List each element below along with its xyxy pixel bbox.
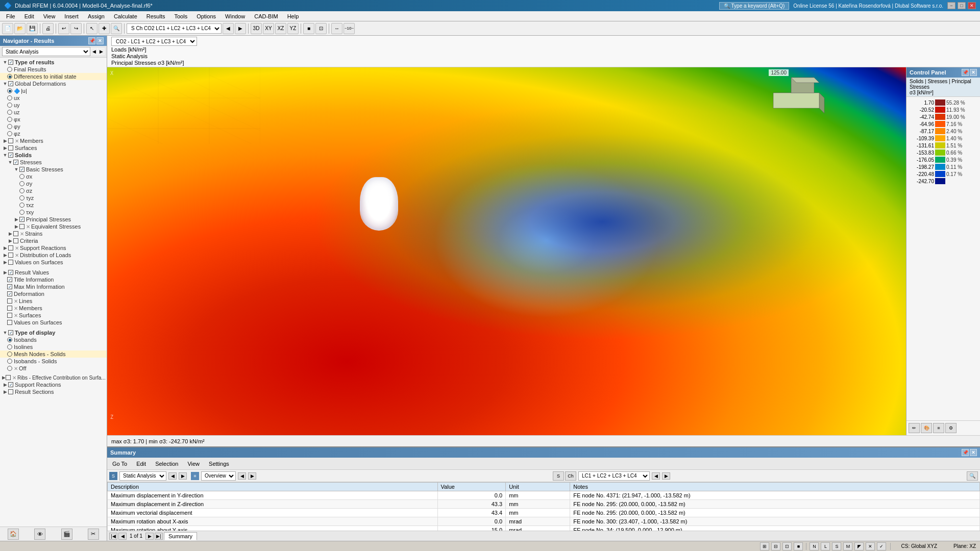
tree-differences[interactable]: Differences to initial state <box>0 73 107 80</box>
dist-loads-checkbox[interactable] <box>8 253 13 258</box>
scale-btn[interactable]: ↔ <box>331 23 342 34</box>
differences-radio[interactable] <box>7 74 12 79</box>
menu-edit[interactable]: Edit <box>20 12 38 20</box>
u-radio[interactable] <box>7 88 12 93</box>
new-btn[interactable]: 📄 <box>2 23 13 34</box>
tree-type-display[interactable]: ▼ ✓ Type of display <box>0 329 107 336</box>
tree-global-deformations[interactable]: ▼ ✓ Global Deformations <box>0 80 107 87</box>
menu-assign[interactable]: Assign <box>84 12 109 20</box>
statusbar-btn11[interactable]: ✓ <box>877 542 886 550</box>
nav-next-btn[interactable]: ▶ <box>97 48 105 55</box>
summary-overview-combo[interactable]: Overview <box>201 471 236 481</box>
menu-view[interactable]: View <box>39 12 60 20</box>
tree-phiz[interactable]: φz <box>0 130 107 137</box>
tree-mesh-nodes-solids[interactable]: Mesh Nodes - Solids <box>0 350 107 358</box>
cursor-btn[interactable]: ↖ <box>86 23 97 34</box>
print-btn[interactable]: 🖨 <box>42 23 54 34</box>
tree-isobands[interactable]: Isobands <box>0 336 107 343</box>
summary-close-btn[interactable]: ✕ <box>970 449 977 456</box>
equiv-checkbox[interactable] <box>19 224 24 229</box>
criteria-checkbox[interactable] <box>13 238 18 243</box>
members-checkbox[interactable] <box>8 138 13 143</box>
uy-radio[interactable] <box>7 103 12 108</box>
ux-radio[interactable] <box>7 95 12 101</box>
tree-deformation[interactable]: ✓ Deformation <box>0 290 107 297</box>
tree-surfaces[interactable]: ▶ Surfaces <box>0 144 107 152</box>
deformation-checkbox[interactable]: ✓ <box>7 291 12 296</box>
summary-next-analysis[interactable]: ▶ <box>179 472 187 480</box>
solids-checkbox[interactable]: ✓ <box>8 153 13 158</box>
off-radio[interactable] <box>7 366 12 371</box>
tree-sx[interactable]: σx <box>0 173 107 180</box>
result-values-checkbox[interactable]: ✓ <box>8 270 13 275</box>
menu-file[interactable]: File <box>2 12 19 20</box>
tree-ribs[interactable]: ▶ ✕ Ribs - Effective Contribution on Sur… <box>0 374 107 381</box>
statusbar-btn5[interactable]: N <box>810 542 819 550</box>
tree-ux[interactable]: ux <box>0 94 107 102</box>
menu-calculate[interactable]: Calculate <box>110 12 141 20</box>
static-analysis-combo[interactable]: Static Analysis <box>2 47 90 56</box>
redo-btn[interactable]: ↪ <box>70 23 82 34</box>
sy-radio[interactable] <box>19 181 24 186</box>
deform-btn[interactable]: ~10~ <box>344 23 355 34</box>
uz-radio[interactable] <box>7 110 12 115</box>
isolines-radio[interactable] <box>7 344 12 349</box>
statusbar-btn7[interactable]: S <box>832 542 841 550</box>
menu-tools[interactable]: Tools <box>170 12 191 20</box>
tree-result-values[interactable]: ▶ ✓ Result Values <box>0 269 107 276</box>
statusbar-btn3[interactable]: ⊡ <box>782 542 792 550</box>
tree-values-surfaces[interactable]: ▶ Values on Surfaces <box>0 259 107 266</box>
next-lc-btn[interactable]: ▶ <box>235 23 246 34</box>
save-btn[interactable]: 💾 <box>27 23 38 34</box>
txz-radio[interactable] <box>19 203 24 208</box>
3d-view-btn[interactable]: 3D <box>251 23 262 34</box>
cp-list-btn[interactable]: ≡ <box>933 423 944 433</box>
tree-tyz[interactable]: τyz <box>0 194 107 202</box>
viewport-lc-combo[interactable]: CO2 - LC1 + LC2 + LC3 + LC4 <box>111 37 197 46</box>
max-min-checkbox[interactable]: ✓ <box>7 284 12 289</box>
lines-checkbox[interactable] <box>7 298 12 304</box>
viewport-canvas[interactable]: 125.00 X Z <box>107 67 906 435</box>
cp-edit-btn[interactable]: ✏ <box>909 423 920 433</box>
values-on-surfaces2-checkbox[interactable] <box>7 320 12 325</box>
tree-lines2[interactable]: ✕ Lines <box>0 297 107 305</box>
surfaces-checkbox[interactable] <box>8 145 13 151</box>
isobands-solids-radio[interactable] <box>7 359 12 364</box>
menu-cadbim[interactable]: CAD-BIM <box>250 12 282 20</box>
tree-isolines[interactable]: Isolines <box>0 343 107 350</box>
nav-model-btn[interactable]: 🏠 <box>8 529 19 540</box>
statusbar-btn8[interactable]: M <box>843 542 852 550</box>
tree-max-min-info[interactable]: ✓ Max Min Information <box>0 283 107 290</box>
summary-next-overview[interactable]: ▶ <box>248 472 256 480</box>
tree-criteria[interactable]: ▶ Criteria <box>0 237 107 244</box>
tree-uz[interactable]: uz <box>0 109 107 116</box>
open-btn[interactable]: 📂 <box>14 23 26 34</box>
values-surfaces-checkbox[interactable] <box>8 260 13 265</box>
final-results-radio[interactable] <box>7 67 12 72</box>
tree-basic-stresses[interactable]: ▼ ✓ Basic Stresses <box>0 166 107 173</box>
strains-checkbox[interactable] <box>13 231 18 236</box>
tree-phix[interactable]: φx <box>0 116 107 123</box>
nav-video-btn[interactable]: 🎬 <box>61 529 72 540</box>
summary-prev-lc[interactable]: ◀ <box>652 472 660 480</box>
tree-final-results[interactable]: Final Results <box>0 66 107 73</box>
nav-prev-btn[interactable]: ◀ <box>90 48 97 55</box>
nav-view-btn[interactable]: 👁 <box>34 529 45 540</box>
support-reactions2-checkbox[interactable]: ✓ <box>8 382 13 387</box>
tree-solids[interactable]: ▼ ✓ Solids <box>0 152 107 159</box>
tree-surfaces2[interactable]: ✕ Surfaces <box>0 312 107 319</box>
tree-txy[interactable]: τxy <box>0 209 107 216</box>
summary-analysis-combo[interactable]: Static Analysis <box>119 471 166 481</box>
type-display-checkbox[interactable]: ✓ <box>8 330 13 335</box>
tree-equiv-stresses[interactable]: ▶ ✕ Equivalent Stresses <box>0 223 107 230</box>
support-reactions-checkbox[interactable] <box>8 245 13 251</box>
zoom-btn[interactable]: 🔍 <box>111 23 122 34</box>
view-xz-btn[interactable]: XZ <box>275 23 286 34</box>
tab-first-btn[interactable]: |◀ <box>109 533 117 540</box>
summary-btn1[interactable]: S <box>553 471 564 481</box>
tree-isobands-solids[interactable]: Isobands - Solids <box>0 358 107 365</box>
tree-support-reactions2[interactable]: ▶ ✓ Support Reactions <box>0 381 107 388</box>
principal-checkbox[interactable]: ✓ <box>19 217 24 222</box>
statusbar-btn4[interactable]: ■ <box>794 542 803 550</box>
isobands-radio[interactable] <box>7 337 12 342</box>
